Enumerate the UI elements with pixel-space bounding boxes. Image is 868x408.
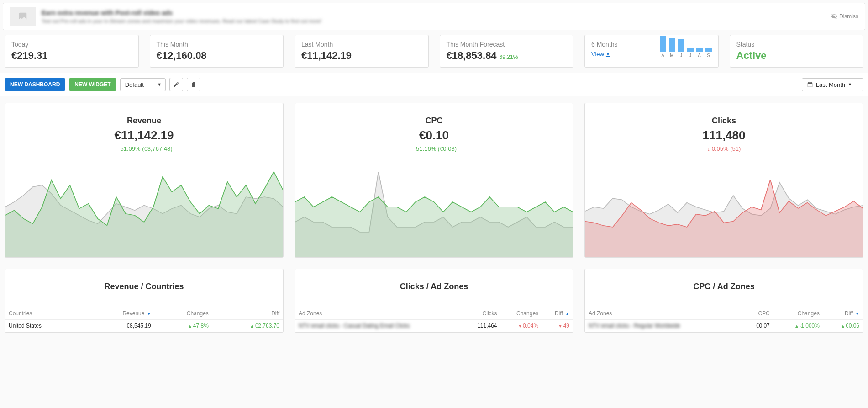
chevron-down-icon: ▼ bbox=[848, 82, 852, 87]
stat-six-months: 6 Months View ▼ AMJJAS bbox=[584, 35, 719, 68]
stat-status: Status Active bbox=[730, 35, 864, 68]
stat-last-month: Last Month €11,142.19 bbox=[295, 35, 429, 68]
col-changes[interactable]: Changes bbox=[501, 307, 542, 320]
revenue-chart bbox=[5, 157, 283, 257]
view-link[interactable]: View ▼ bbox=[591, 51, 610, 58]
promo-image-placeholder bbox=[10, 7, 36, 26]
clicks-change: ↓ 0.05% (51) bbox=[589, 145, 858, 152]
table-row[interactable]: NTV email clicks - Casual Dating Email C… bbox=[295, 320, 573, 332]
caret-down-icon: ▾ bbox=[559, 323, 562, 329]
new-dashboard-button[interactable]: NEW DASHBOARD bbox=[5, 78, 65, 91]
dashboard-select[interactable]: Default ▼ bbox=[120, 78, 166, 91]
stats-row: Today €219.31 This Month €12,160.08 Last… bbox=[0, 33, 868, 73]
date-range-select[interactable]: Last Month ▼ bbox=[802, 78, 863, 91]
new-widget-button[interactable]: NEW WIDGET bbox=[69, 78, 116, 91]
col-revenue[interactable]: Revenue ▼ bbox=[84, 307, 154, 320]
caret-up-icon: ▴ bbox=[795, 323, 798, 329]
widget-clicks: Clicks 111,480 ↓ 0.05% (51) bbox=[584, 103, 863, 258]
col-changes[interactable]: Changes bbox=[773, 307, 823, 320]
edit-button[interactable] bbox=[169, 78, 183, 91]
sort-down-icon: ▼ bbox=[855, 312, 859, 316]
col-diff[interactable]: Diff ▲ bbox=[542, 307, 573, 320]
promo-banner: Earn extra revenue with Post-roll video … bbox=[3, 3, 865, 30]
widget-revenue: Revenue €11,142.19 ↑ 51.09% (€3,767.48) bbox=[5, 103, 284, 258]
clicks-chart bbox=[585, 157, 863, 257]
col-adzones[interactable]: Ad Zones bbox=[585, 307, 740, 320]
stat-this-month: This Month €12,160.08 bbox=[150, 35, 284, 68]
caret-down-icon: ▾ bbox=[519, 323, 521, 329]
eye-off-icon bbox=[831, 13, 837, 20]
chevron-down-icon: ▼ bbox=[158, 82, 162, 87]
col-cpc[interactable]: CPC bbox=[740, 307, 773, 320]
arrow-up-icon: ↑ bbox=[411, 145, 415, 152]
revenue-change: ↑ 51.09% (€3,767.48) bbox=[10, 145, 279, 152]
sort-down-icon: ▼ bbox=[147, 312, 151, 316]
arrow-up-icon: ↑ bbox=[116, 145, 119, 152]
calendar-icon bbox=[807, 81, 813, 88]
cpc-chart bbox=[295, 157, 573, 257]
col-diff[interactable]: Diff bbox=[212, 307, 283, 320]
dismiss-link[interactable]: Dismiss bbox=[831, 13, 858, 20]
caret-up-icon: ▴ bbox=[251, 323, 253, 329]
col-clicks[interactable]: Clicks bbox=[463, 307, 501, 320]
trash-icon bbox=[190, 81, 197, 88]
cpc-change: ↑ 51.16% (€0.03) bbox=[300, 145, 568, 152]
stat-today: Today €219.31 bbox=[5, 35, 139, 68]
sort-up-icon: ▲ bbox=[565, 312, 569, 316]
chevron-down-icon: ▼ bbox=[606, 52, 610, 57]
dashboard-toolbar: NEW DASHBOARD NEW WIDGET Default ▼ Last … bbox=[0, 73, 868, 96]
caret-up-icon: ▴ bbox=[842, 323, 844, 329]
pencil-icon bbox=[173, 81, 179, 88]
widgets-grid: Revenue €11,142.19 ↑ 51.09% (€3,767.48) … bbox=[0, 96, 868, 339]
promo-title: Earn extra revenue with Post-roll video … bbox=[42, 9, 321, 16]
col-adzones[interactable]: Ad Zones bbox=[295, 307, 463, 320]
table-row[interactable]: United States €8,545.19 ▴ 47.8% ▴ €2,763… bbox=[5, 320, 283, 332]
promo-subtitle: Test out Pre-roll ads in your in-Stream … bbox=[42, 18, 321, 24]
caret-up-icon: ▴ bbox=[189, 323, 191, 329]
widget-cpc: CPC €0.10 ↑ 51.16% (€0.03) bbox=[295, 103, 573, 258]
delete-button[interactable] bbox=[187, 78, 200, 91]
col-changes[interactable]: Changes bbox=[155, 307, 212, 320]
widget-cpc-adzones: CPC / Ad Zones Ad Zones CPC Changes Diff… bbox=[584, 269, 863, 333]
col-diff[interactable]: Diff ▼ bbox=[823, 307, 863, 320]
widget-clicks-adzones: Clicks / Ad Zones Ad Zones Clicks Change… bbox=[295, 269, 573, 333]
stat-forecast: This Month Forecast €18,853.8469.21% bbox=[440, 35, 574, 68]
col-countries[interactable]: Countries bbox=[5, 307, 84, 320]
six-months-bars: AMJJAS bbox=[660, 41, 712, 58]
widget-revenue-countries: Revenue / Countries Countries Revenue ▼ … bbox=[5, 269, 284, 333]
arrow-down-icon: ↓ bbox=[707, 145, 710, 152]
table-row[interactable]: NTV email clicks - Regular Worldwide €0.… bbox=[585, 320, 863, 332]
